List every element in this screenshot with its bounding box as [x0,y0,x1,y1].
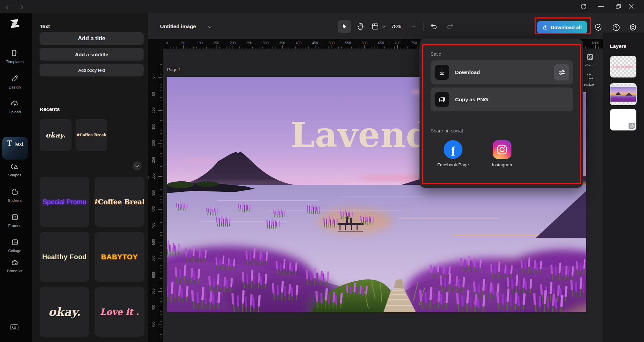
canvas-badge-icon [629,123,635,129]
sidebar-item-label: Frames [1,223,29,228]
keyboard-shortcuts-icon[interactable] [10,323,19,331]
facebook-icon: f [451,144,455,159]
ruler-h-label: 400 [296,41,302,45]
sidebar-item-stickers[interactable]: Stickers [1,188,29,203]
zoom-level[interactable]: 78% [391,24,401,29]
close-icon[interactable] [628,3,634,9]
text-panel: Text Add a title Add a subtitle Add body… [32,13,148,342]
app-window: Templates Design Upload T Text Shapes St… [0,0,644,342]
sidebar-item-label: Shapes [1,173,29,178]
ruler-h-label: 300 [263,41,269,45]
copy-as-png-option[interactable]: Copy as PNG [431,88,573,111]
style-label: Healthy Food [42,253,87,261]
text-icon: T [7,139,12,148]
save-section-label: Save [431,51,441,57]
copy-image-icon [438,96,446,103]
undo-icon[interactable] [430,22,438,31]
style-label: BABYTOY [101,253,138,261]
ruler-h-label: 350 [279,41,285,45]
style-label: Love it . [100,307,139,317]
recent-text-okay[interactable]: okay. [40,119,71,151]
style-label: okay. [48,305,81,319]
document-title[interactable]: Untitled image [160,23,196,30]
cursor-icon [341,23,347,30]
layer-thumb-text[interactable]: Lavender [610,56,637,78]
nav-forward-icon[interactable] [18,4,24,10]
instagram-share-button[interactable] [493,140,511,159]
sidebar-item-collage[interactable]: Collage [1,238,29,253]
zoom-chevron-icon[interactable] [412,24,416,28]
download-all-button[interactable]: Download all [537,21,587,34]
layout-icon [371,23,379,30]
sidebar-item-label: Design [1,85,29,90]
vertical-ruler: 0501001502002503003504004505005506006507… [148,49,163,342]
recent-text-coffee-break[interactable]: #Coffee Break [76,119,107,151]
layer-thumb-photo[interactable] [610,83,637,105]
frames-icon [11,213,19,221]
text-style-coffee-break[interactable]: #Coffee Break [95,177,144,227]
help-icon[interactable] [612,23,620,32]
add-subtitle-button[interactable]: Add a subtitle [40,48,144,61]
titlebar-divider [592,3,592,9]
ruler-h-label: 500 [329,41,335,45]
canvas-header: Untitled image 78% Download all [148,13,644,39]
nav-back-icon[interactable] [5,4,11,10]
layout-tool-button[interactable] [369,21,381,32]
download-settings-button[interactable] [554,64,569,80]
ruler-h-label: 50 [181,41,185,45]
ruler-v-label: 100 [151,107,155,113]
hand-tool-button[interactable] [354,21,366,32]
restore-icon[interactable] [615,3,622,9]
ruler-v-label: 250 [151,157,155,163]
page-label: Page 1 [167,67,181,72]
text-style-healthy-food[interactable]: Healthy Food [40,232,89,282]
sidebar-item-brand-kit[interactable]: Brand kit [1,259,29,274]
sidebar-item-shapes[interactable]: Shapes [1,163,29,178]
add-title-button[interactable]: Add a title [40,32,144,45]
sidebar-item-label: Upload [1,110,29,115]
document-title-chevron-icon[interactable] [208,25,212,28]
layer-photo-mini [610,87,637,102]
select-tool-button[interactable] [338,20,351,33]
ruler-h-label: 0 [166,41,168,45]
text-style-okay[interactable]: okay. [40,287,89,337]
text-style-love-it[interactable]: Love it . [95,287,144,337]
text-style-babytoy[interactable]: BABYTOY [95,232,144,282]
ruler-h-label: 250 [246,41,252,45]
ruler-h-label: 650 [378,41,384,45]
refresh-icon[interactable] [580,3,587,10]
sidebar-item-label: Brand kit [1,269,29,274]
settings-gear-icon[interactable] [629,23,637,32]
sidebar-item-frames[interactable]: Frames [1,213,29,228]
ruler-v-label: 0 [151,76,155,78]
layer-thumb-canvas[interactable] [610,109,637,131]
download-icon [438,69,446,76]
download-option[interactable]: Download [431,60,573,84]
sidebar-item-templates[interactable]: Templates [1,49,29,64]
layers-panel: Layers Lavender [603,33,644,342]
layout-chevron-icon[interactable] [382,24,386,28]
collapse-panel-button[interactable] [148,173,153,182]
sidebar-item-text[interactable]: T Text [2,137,28,160]
facebook-share-button[interactable]: f [444,140,462,159]
ruler-v-label: 400 [151,206,155,212]
ruler-h-label: 150 [213,41,219,45]
text-style-special-promo[interactable]: Special Promo [40,177,89,227]
privacy-shield-icon[interactable] [595,23,602,32]
background-icon[interactable] [587,54,593,60]
sidebar-item-design[interactable]: Design [1,75,29,90]
resize-icon[interactable] [587,73,593,80]
sidebar: Templates Design Upload T Text Shapes St… [0,13,32,342]
chevron-left-icon [148,176,151,179]
ruler-h-label: 200 [230,41,236,45]
download-popup: Save Download Copy as PNG Share on socia… [419,39,583,188]
hand-icon [357,22,364,31]
redo-icon[interactable] [446,22,454,31]
sidebar-item-upload[interactable]: Upload [1,100,29,115]
add-body-text-button[interactable]: Add body text [40,64,144,76]
expand-recents-button[interactable] [133,161,142,170]
minimize-icon[interactable] [598,6,604,7]
capcut-logo [8,18,21,30]
sidebar-divider [10,38,19,38]
recent-label: okay. [46,131,65,139]
